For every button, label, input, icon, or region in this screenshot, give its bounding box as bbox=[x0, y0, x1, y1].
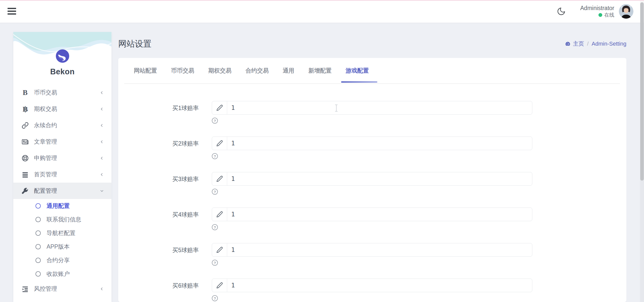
breadcrumb-separator: / bbox=[587, 41, 589, 47]
sidebar-item-config-management[interactable]: 配置管理 bbox=[13, 183, 111, 199]
hamburger-menu-icon[interactable] bbox=[8, 8, 17, 15]
breadcrumb-current[interactable]: Admin-Setting bbox=[592, 41, 626, 47]
edit-pencil-icon[interactable] bbox=[212, 243, 227, 256]
edit-pencil-icon[interactable] bbox=[212, 172, 227, 185]
field-label: 买3球赔率 bbox=[118, 172, 199, 195]
odds-input-2[interactable] bbox=[227, 137, 532, 150]
odds-input-5[interactable] bbox=[227, 243, 532, 256]
sidebar-subitem-payment-account[interactable]: 收款账户 bbox=[13, 267, 111, 281]
edit-pencil-icon[interactable] bbox=[212, 208, 227, 221]
circle-icon bbox=[35, 244, 41, 249]
help-icon[interactable]: ? bbox=[212, 295, 218, 301]
top-navbar: Administrator 在线 bbox=[0, 0, 644, 23]
tab-site-config[interactable]: 网站配置 bbox=[133, 59, 157, 82]
field-label: 买2球赔率 bbox=[118, 137, 199, 159]
chevron-left-icon bbox=[100, 123, 104, 127]
circle-icon bbox=[35, 271, 41, 277]
circle-icon bbox=[35, 217, 41, 222]
tab-option-trade[interactable]: 期权交易 bbox=[208, 59, 232, 82]
tab-bar: 网站配置 币币交易 期权交易 合约交易 通用 新增配置 游戏配置 bbox=[124, 58, 620, 84]
form-row-odds-3: 买3球赔率 ? bbox=[118, 172, 626, 195]
sidebar-item-subscription-management[interactable]: 申购管理 bbox=[13, 150, 111, 166]
sidebar-menu: B 币币交易 ฿ 期权交易 永续合约 bbox=[13, 84, 111, 297]
page-title: 网站设置 bbox=[118, 38, 151, 50]
sidebar-item-perpetual-contract[interactable]: 永续合约 bbox=[13, 117, 111, 133]
top-progress-line bbox=[0, 0, 644, 1]
settings-card: 网站配置 币币交易 期权交易 合约交易 通用 新增配置 游戏配置 买1球赔率 ?… bbox=[118, 58, 626, 302]
edit-pencil-icon[interactable] bbox=[212, 101, 227, 114]
help-icon[interactable]: ? bbox=[212, 224, 218, 230]
input-group bbox=[212, 101, 532, 115]
bekon-logo-icon bbox=[56, 49, 69, 63]
user-meta: Administrator 在线 bbox=[580, 5, 614, 18]
wrench-icon bbox=[20, 187, 30, 194]
bitcoin-icon: ฿ bbox=[20, 105, 30, 113]
input-group bbox=[212, 279, 532, 292]
tab-new-config[interactable]: 新增配置 bbox=[308, 59, 332, 82]
input-group bbox=[212, 243, 532, 257]
help-icon[interactable]: ? bbox=[212, 153, 218, 159]
input-group bbox=[212, 137, 532, 150]
sidebar-subitem-contract-share[interactable]: 合约分享 bbox=[13, 253, 111, 267]
game-config-form: 买1球赔率 ? 买2球赔率 ? bbox=[118, 84, 626, 301]
field-label: 买4球赔率 bbox=[118, 208, 199, 230]
chevron-left-icon bbox=[100, 156, 104, 160]
sidebar-subitem-navbar-config[interactable]: 导航栏配置 bbox=[13, 226, 111, 240]
tab-game-config[interactable]: 游戏配置 bbox=[345, 59, 369, 82]
breadcrumb: 主页 / Admin-Setting bbox=[565, 40, 626, 48]
sidebar-item-risk-management[interactable]: 风控管理 bbox=[13, 281, 111, 297]
odds-input-3[interactable] bbox=[227, 172, 532, 185]
form-row-odds-5: 买5球赔率 ? bbox=[118, 243, 626, 266]
field-label: 买1球赔率 bbox=[118, 101, 199, 124]
chevron-down-icon bbox=[100, 189, 104, 193]
odds-input-1[interactable] bbox=[227, 101, 532, 114]
breadcrumb-home-link[interactable]: 主页 bbox=[565, 40, 584, 48]
chevron-left-icon bbox=[100, 140, 104, 144]
newspaper-icon bbox=[20, 138, 30, 146]
bars-icon bbox=[20, 171, 30, 178]
form-row-odds-6: 买6球赔率 ? bbox=[118, 279, 626, 301]
circle-icon bbox=[35, 258, 41, 263]
edit-pencil-icon[interactable] bbox=[212, 137, 227, 150]
sidebar-subitem-app-version[interactable]: APP版本 bbox=[13, 240, 111, 253]
sidebar-item-coin-trade[interactable]: B 币币交易 bbox=[13, 84, 111, 101]
page-scrollbar bbox=[640, 1, 644, 302]
chevron-left-icon bbox=[100, 107, 104, 111]
field-label: 买6球赔率 bbox=[118, 279, 199, 301]
outdent-icon bbox=[20, 285, 30, 292]
input-group bbox=[212, 172, 532, 186]
circle-icon bbox=[35, 230, 41, 236]
sidebar-item-article-management[interactable]: 文章管理 bbox=[13, 133, 111, 150]
input-group bbox=[212, 208, 532, 221]
chevron-left-icon bbox=[100, 287, 104, 291]
tab-coin-trade[interactable]: 币币交易 bbox=[171, 59, 195, 82]
chevron-left-icon bbox=[100, 173, 104, 177]
tab-general[interactable]: 通用 bbox=[282, 59, 295, 82]
form-row-odds-1: 买1球赔率 ? bbox=[118, 101, 626, 124]
sidebar-subitem-general-config[interactable]: 通用配置 bbox=[13, 199, 111, 213]
form-row-odds-2: 买2球赔率 ? bbox=[118, 137, 626, 159]
scrollbar-thumb[interactable] bbox=[640, 2, 644, 181]
user-status: 在线 bbox=[580, 12, 614, 18]
tab-contract-trade[interactable]: 合约交易 bbox=[245, 59, 269, 82]
sidebar-subitem-contact-info[interactable]: 联系我们信息 bbox=[13, 213, 111, 226]
edit-pencil-icon[interactable] bbox=[212, 279, 227, 292]
circle-icon bbox=[35, 203, 41, 209]
sidebar-item-homepage-management[interactable]: 首页管理 bbox=[13, 166, 111, 183]
help-icon[interactable]: ? bbox=[212, 118, 218, 124]
odds-input-6[interactable] bbox=[227, 279, 532, 292]
online-status-dot bbox=[598, 13, 602, 17]
chevron-left-icon bbox=[100, 91, 104, 95]
odds-input-4[interactable] bbox=[227, 208, 532, 221]
help-icon[interactable]: ? bbox=[212, 189, 218, 195]
sidebar-item-option-trade[interactable]: ฿ 期权交易 bbox=[13, 101, 111, 117]
sidebar: Bekon B 币币交易 ฿ 期权交易 永续合约 bbox=[13, 32, 111, 302]
letter-b-icon: B bbox=[20, 88, 30, 97]
topbar-right-group: Administrator 在线 bbox=[557, 0, 633, 23]
link-icon bbox=[20, 122, 30, 129]
brand-name: Bekon bbox=[13, 67, 111, 76]
dark-mode-moon-icon[interactable] bbox=[557, 7, 566, 16]
field-label: 买5球赔率 bbox=[118, 243, 199, 266]
avatar[interactable] bbox=[619, 4, 633, 19]
help-icon[interactable]: ? bbox=[212, 260, 218, 266]
